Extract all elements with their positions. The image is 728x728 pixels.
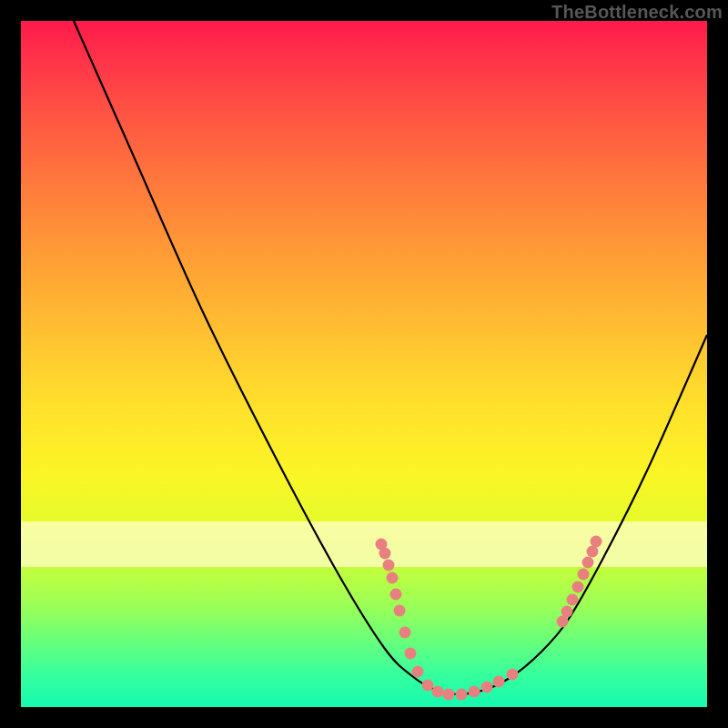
marker-dot — [412, 666, 424, 678]
chart-frame: TheBottleneck.com — [0, 0, 728, 728]
marker-dot — [481, 682, 493, 693]
marker-dot — [399, 627, 411, 639]
marker-dot — [567, 594, 579, 606]
marker-dot — [561, 606, 573, 618]
marker-dot — [507, 669, 519, 681]
marker-dot — [493, 676, 505, 688]
watermark-text: TheBottleneck.com — [551, 2, 723, 23]
plot-area — [21, 21, 707, 707]
marker-dot — [469, 686, 480, 698]
marker-dot — [582, 557, 594, 569]
marker-dot — [383, 560, 395, 571]
marker-dot — [394, 605, 406, 617]
marker-dot — [456, 689, 468, 701]
marker-dots-group — [376, 536, 602, 701]
chart-svg — [21, 21, 707, 707]
marker-dot — [591, 536, 602, 548]
marker-dot — [432, 686, 444, 698]
marker-dot — [422, 680, 434, 692]
marker-dot — [578, 569, 590, 581]
marker-dot — [572, 581, 584, 593]
marker-dot — [405, 648, 417, 660]
marker-dot — [443, 689, 455, 701]
marker-dot — [387, 572, 399, 584]
marker-dot — [390, 589, 402, 601]
marker-dot — [379, 548, 391, 560]
